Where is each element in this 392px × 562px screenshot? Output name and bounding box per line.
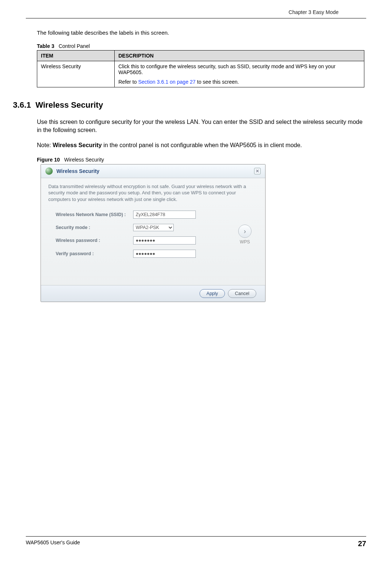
row-ssid: Wireless Network Name (SSID) :	[56, 211, 232, 219]
wireless-security-dialog: Wireless Security ✕ Data transmitted wir…	[41, 164, 266, 302]
cancel-button[interactable]: Cancel	[228, 289, 256, 298]
section-link[interactable]: Section 3.6.1 on page 27	[138, 79, 196, 85]
figure-caption: Figure 10 Wireless Security	[37, 157, 364, 163]
page-footer: WAP5605 User's Guide 27	[26, 536, 366, 548]
footer-guide: WAP5605 User's Guide	[26, 540, 80, 548]
section-title: Wireless Security	[35, 100, 103, 110]
cell-item: Wireless Security	[37, 61, 115, 87]
dialog-title: Wireless Security	[56, 168, 254, 174]
table-header-row: ITEM DESCRIPTION	[37, 51, 364, 61]
note-rest: in the control panel is not configurable…	[102, 142, 302, 148]
table-number: Table 3	[37, 43, 54, 49]
verify-label: Verify password :	[56, 251, 133, 256]
row-password: Wireless password :	[56, 236, 232, 244]
row-verify: Verify password :	[56, 250, 232, 258]
verify-input[interactable]	[133, 250, 196, 258]
table-caption: Table 3 Control Panel	[37, 43, 364, 49]
wps-button[interactable]: ›	[238, 225, 251, 238]
note-bold: Wireless Security	[53, 142, 102, 148]
ssid-input[interactable]	[133, 211, 196, 219]
section-heading: 3.6.1 Wireless Security	[13, 100, 364, 110]
chapter-label: Chapter 3 Easy Mode	[289, 9, 339, 15]
note-paragraph: Note: Wireless Security in the control p…	[37, 141, 364, 149]
section-number: 3.6.1	[13, 100, 31, 110]
wps-area: › WPS	[232, 211, 258, 263]
dialog-footer: Apply Cancel	[41, 285, 265, 302]
apply-button[interactable]: Apply	[200, 289, 225, 298]
close-icon[interactable]: ✕	[254, 168, 261, 174]
th-item: ITEM	[37, 51, 115, 61]
password-input[interactable]	[133, 236, 196, 244]
control-panel-table: ITEM DESCRIPTION Wireless Security Click…	[37, 50, 364, 87]
th-description: DESCRIPTION	[115, 51, 364, 61]
note-prefix: Note:	[37, 142, 53, 148]
chevron-right-icon: ›	[244, 228, 246, 235]
ssid-label: Wireless Network Name (SSID) :	[56, 212, 133, 217]
mode-label: Security mode :	[56, 225, 133, 230]
section-paragraph: Use this screen to configure security fo…	[37, 118, 364, 134]
wps-label: WPS	[240, 239, 250, 244]
dialog-intro: Data transmitted wirelessly without encr…	[41, 178, 265, 207]
table-row: Wireless Security Click this to configur…	[37, 61, 364, 87]
row-mode: Security mode : WPA2-PSK	[56, 224, 232, 231]
table-title: Control Panel	[59, 43, 90, 49]
cell-description: Click this to configure the wireless sec…	[115, 61, 364, 87]
mode-select[interactable]: WPA2-PSK	[133, 224, 174, 231]
password-label: Wireless password :	[56, 238, 133, 243]
figure-title: Wireless Security	[64, 157, 104, 163]
page-number: 27	[358, 540, 366, 548]
dialog-header: Wireless Security ✕	[41, 164, 265, 178]
globe-icon	[45, 167, 53, 175]
intro-text: The following table describes the labels…	[37, 30, 364, 36]
figure-number: Figure 10	[37, 157, 60, 163]
page-header: Chapter 3 Easy Mode	[26, 0, 366, 18]
